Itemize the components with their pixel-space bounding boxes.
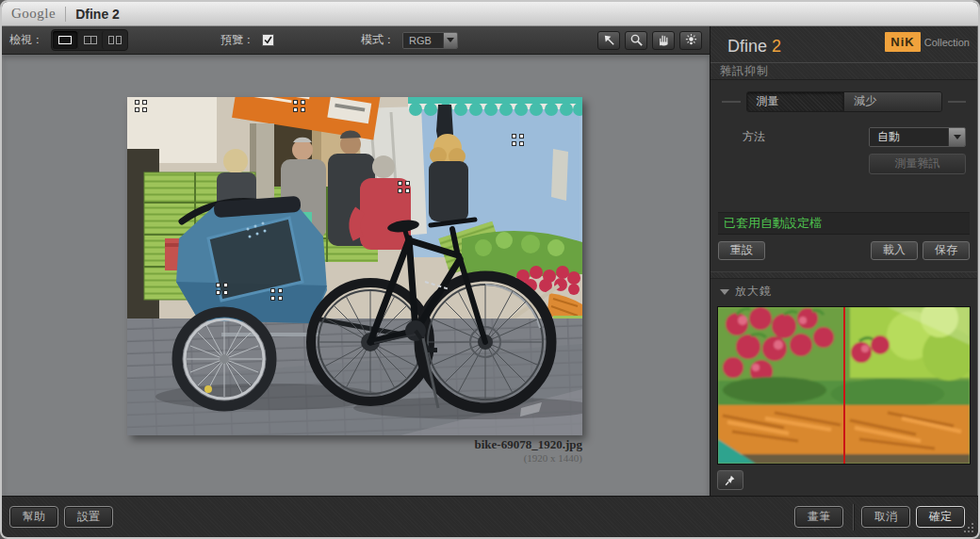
load-button[interactable]: 載入 <box>871 241 918 260</box>
image-filename: bike-69078_1920.jpg <box>127 438 582 452</box>
measure-reduce-tabs: 測量 減少 <box>722 91 966 112</box>
pushpin-icon <box>724 474 737 487</box>
preview-checkbox[interactable] <box>262 34 274 46</box>
tab-dash-left <box>722 101 741 103</box>
panel-title-accent: 2 <box>772 37 781 56</box>
single-view-button[interactable] <box>53 31 77 49</box>
panel-divider <box>710 271 977 279</box>
measure-noise-button[interactable]: 測量雜訊 <box>869 154 966 174</box>
tab-dash-right <box>948 101 967 103</box>
control-point-marker[interactable] <box>270 288 283 301</box>
select-arrow-button[interactable] <box>597 31 620 50</box>
background-light-icon <box>684 33 698 47</box>
window-title: Dfine 2 <box>75 7 120 22</box>
save-button[interactable]: 保存 <box>923 241 970 260</box>
mode-dropdown-value: RGB <box>403 33 443 48</box>
control-point-marker[interactable] <box>135 100 147 112</box>
settings-button[interactable]: 設置 <box>64 506 113 528</box>
method-dropdown-arrow <box>948 128 965 146</box>
bottombar-separator <box>853 504 854 531</box>
dfine2-window: Google Dfine 2 檢視： 預覽： 模式： RGB <box>0 0 980 539</box>
method-dropdown[interactable]: 自動 <box>869 127 966 147</box>
nik-collection-label: Collection <box>924 37 970 48</box>
section-noise-reduction: 雜訊抑制 <box>710 62 977 80</box>
loupe-title: 放大鏡 <box>735 284 772 300</box>
zoom-icon <box>629 33 644 47</box>
bottombar: 幫助 設置 畫筆 取消 確定 <box>2 496 978 537</box>
side-by-side-view-button[interactable] <box>102 31 126 49</box>
tab-reduce[interactable]: 減少 <box>843 92 941 111</box>
preview-label: 預覽： <box>220 32 254 48</box>
cancel-button[interactable]: 取消 <box>861 506 910 528</box>
resize-grip[interactable] <box>962 521 975 534</box>
help-button[interactable]: 幫助 <box>9 506 58 528</box>
zoom-tool-button[interactable] <box>625 31 647 50</box>
control-point-marker[interactable] <box>512 134 524 146</box>
panel-title: Dfine 2 <box>727 37 781 57</box>
title-separator <box>65 7 66 22</box>
control-point-marker[interactable] <box>216 283 228 295</box>
panel-header: NiK Collection Dfine 2 <box>710 26 977 62</box>
view-mode-group <box>51 29 128 51</box>
market-bike-photo <box>127 97 582 435</box>
titlebar: Google Dfine 2 <box>2 2 978 26</box>
check-icon <box>263 35 273 45</box>
side-by-side-view-icon <box>108 36 122 44</box>
image-caption: bike-69078_1920.jpg (1920 x 1440) <box>127 438 582 465</box>
ok-button[interactable]: 確定 <box>916 506 965 528</box>
split-view-button[interactable] <box>77 31 102 49</box>
control-point-marker[interactable] <box>293 100 305 112</box>
brush-button[interactable]: 畫筆 <box>794 506 843 528</box>
preview-photo[interactable] <box>127 97 582 435</box>
status-strip: 已套用自動設定檔 <box>718 212 970 235</box>
background-light-button[interactable] <box>679 31 702 50</box>
loupe-split-line[interactable] <box>843 307 845 464</box>
pan-hand-icon <box>657 33 671 47</box>
tab-measure[interactable]: 測量 <box>747 92 844 111</box>
loupe-pin-button[interactable] <box>717 470 743 490</box>
loupe-view[interactable] <box>717 306 971 465</box>
tool-group <box>597 31 702 50</box>
mode-dropdown-arrow <box>443 33 457 48</box>
google-logo: Google <box>11 6 56 22</box>
reset-button[interactable]: 重設 <box>718 241 765 260</box>
view-label: 檢視： <box>9 32 43 48</box>
select-arrow-icon <box>602 33 616 47</box>
chevron-down-icon <box>720 289 729 295</box>
pan-hand-button[interactable] <box>652 31 675 50</box>
nik-logo-mark: NiK <box>885 32 920 52</box>
mode-dropdown[interactable]: RGB <box>402 32 458 49</box>
settings-panel: NiK Collection Dfine 2 雜訊抑制 測量 減少 <box>710 26 978 496</box>
split-view-icon <box>84 36 97 44</box>
image-dimensions: (1920 x 1440) <box>127 452 582 465</box>
loupe-section-header[interactable]: 放大鏡 <box>710 279 977 304</box>
method-label: 方法 <box>743 129 765 145</box>
image-canvas[interactable]: bike-69078_1920.jpg (1920 x 1440) <box>2 55 710 496</box>
control-point-marker[interactable] <box>398 181 410 193</box>
canvas-toolbar: 檢視： 預覽： 模式： RGB <box>2 26 710 55</box>
auto-profile-status: 已套用自動設定檔 <box>724 215 822 232</box>
mode-label: 模式： <box>361 32 395 48</box>
method-dropdown-value: 自動 <box>870 128 948 146</box>
nik-collection-logo: NiK Collection <box>885 32 970 52</box>
single-view-icon <box>58 36 72 44</box>
